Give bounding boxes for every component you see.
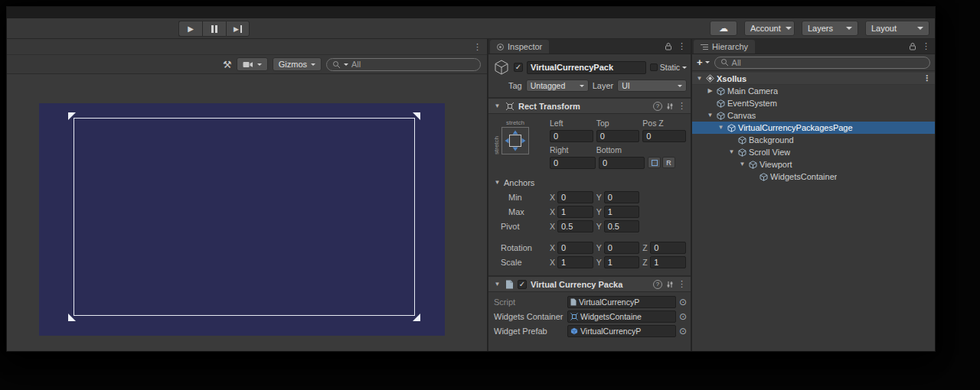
foldout-icon[interactable] <box>493 180 501 186</box>
object-picker-icon[interactable]: ⊙ <box>679 312 687 321</box>
hierarchy-item-background[interactable]: Background <box>692 134 935 146</box>
blueprint-icon <box>652 160 658 166</box>
foldout-icon[interactable] <box>695 76 704 82</box>
scale-z-field[interactable]: 1 <box>650 256 686 268</box>
scene-search-input[interactable]: All <box>326 58 481 71</box>
help-icon[interactable]: ? <box>653 280 662 289</box>
posz-field[interactable]: 0 <box>642 130 686 142</box>
play-button[interactable]: ▶ <box>178 21 202 37</box>
min-y-field[interactable]: 0 <box>604 191 640 203</box>
scale-y-field[interactable]: 1 <box>604 256 640 268</box>
left-field[interactable]: 0 <box>550 130 593 142</box>
foldout-icon[interactable] <box>717 125 725 131</box>
toolbar-right-controls: ☁ Account Layers Layout <box>710 21 929 36</box>
foldout-icon[interactable] <box>727 149 736 155</box>
gameobject-header: ✓ VirtualCurrencyPack Static Tag Untagge… <box>488 54 691 98</box>
hierarchy-item-viewport[interactable]: Viewport <box>692 158 935 171</box>
top-field[interactable]: 0 <box>596 130 640 142</box>
rotation-y-field[interactable]: 0 <box>604 242 640 254</box>
help-icon[interactable]: ? <box>653 102 662 111</box>
script-object-field[interactable]: VirtualCurrencyP <box>567 296 676 308</box>
layer-dropdown[interactable]: UI <box>617 80 687 92</box>
rotation-z-field[interactable]: 0 <box>650 242 686 254</box>
static-checkbox[interactable] <box>650 63 658 71</box>
lock-icon[interactable] <box>909 42 916 50</box>
tab-inspector[interactable]: Inspector <box>490 40 549 54</box>
gizmos-dropdown[interactable]: Gizmos <box>273 57 322 71</box>
hierarchy-item-scroll-view[interactable]: Scroll View <box>692 146 935 158</box>
anchor-preset-widget[interactable]: stretch stretch <box>493 119 550 172</box>
bottom-field[interactable]: 0 <box>599 157 645 169</box>
presets-icon[interactable] <box>666 281 674 288</box>
foldout-icon[interactable] <box>706 88 714 94</box>
kebab-menu-icon[interactable]: ⋮ <box>473 43 482 51</box>
component-enabled-checkbox[interactable]: ✓ <box>518 280 527 289</box>
script-component-header[interactable]: ✓ Virtual Currency Packa ? ⋮ <box>488 276 691 292</box>
pause-button[interactable] <box>202 21 226 37</box>
raw-edit-mode-button[interactable]: R <box>662 157 675 168</box>
chevron-down-icon <box>705 61 710 63</box>
play-icon: ▶ <box>188 24 194 33</box>
pivot-x-field[interactable]: 0.5 <box>557 220 593 232</box>
presets-icon[interactable] <box>666 102 674 110</box>
anchor-handle-top-left[interactable] <box>68 112 76 120</box>
anchor-handle-top-right[interactable] <box>413 112 420 120</box>
pivot-y-field[interactable]: 0.5 <box>604 220 640 232</box>
cloud-button[interactable]: ☁ <box>710 21 737 36</box>
hierarchy-search-input[interactable]: All <box>714 57 930 69</box>
tag-dropdown[interactable]: Untagged <box>526 80 589 92</box>
inspector-panel: Inspector ⋮ ✓ VirtualCu <box>488 39 691 351</box>
rect-transform-header[interactable]: Rect Transform ? ⋮ <box>488 98 691 114</box>
kebab-menu-icon[interactable]: ⋮ <box>678 280 686 288</box>
anchor-handle-bottom-left[interactable] <box>68 314 76 321</box>
kebab-menu-icon[interactable]: ⋮ <box>678 42 686 50</box>
blueprint-mode-button[interactable] <box>648 157 661 168</box>
max-x-field[interactable]: 1 <box>557 206 593 218</box>
rotation-x-field[interactable]: 0 <box>557 242 593 254</box>
ui-canvas-background[interactable] <box>39 103 445 336</box>
max-y-field[interactable]: 1 <box>604 206 640 218</box>
kebab-menu-icon[interactable]: ⋮ <box>922 42 930 50</box>
gameobject-cube-icon[interactable] <box>493 59 510 76</box>
scene-camera-dropdown[interactable] <box>237 57 268 71</box>
object-picker-icon[interactable]: ⊙ <box>679 297 687 307</box>
scene-viewport[interactable] <box>7 74 487 351</box>
gameobject-name-field[interactable]: VirtualCurrencyPack <box>527 61 646 74</box>
editor-tools-icon[interactable]: ⚒ <box>223 59 232 70</box>
chevron-down-icon <box>846 27 852 30</box>
layout-dropdown[interactable]: Layout <box>865 21 929 36</box>
rect-transform-gizmo <box>74 118 415 316</box>
lock-icon[interactable] <box>665 42 672 50</box>
pause-icon <box>211 25 214 33</box>
widget-prefab-object-field[interactable]: VirtualCurrencyP <box>567 325 676 337</box>
left-label: Left <box>550 119 593 130</box>
foldout-icon[interactable] <box>706 112 714 119</box>
account-dropdown[interactable]: Account <box>744 21 795 36</box>
static-toggle[interactable]: Static <box>650 63 687 72</box>
layers-dropdown[interactable]: Layers <box>802 21 858 36</box>
hierarchy-item-widgetscontainer[interactable]: WidgetsContainer <box>692 171 935 183</box>
foldout-icon[interactable] <box>493 281 501 288</box>
window-titlebar <box>7 7 935 18</box>
step-button[interactable]: ▶ <box>226 21 250 37</box>
kebab-menu-icon[interactable]: ⋮ <box>678 102 686 110</box>
hierarchy-item-virtualcurrencypackagespage[interactable]: VirtualCurrencyPackagesPage <box>692 122 935 134</box>
hierarchy-item-canvas[interactable]: Canvas <box>692 109 935 122</box>
kebab-menu-icon[interactable]: ⋮ <box>923 74 931 83</box>
foldout-icon[interactable] <box>738 161 746 167</box>
active-checkbox[interactable]: ✓ <box>514 63 523 72</box>
anchor-handle-bottom-right[interactable] <box>413 314 420 321</box>
gameobject-icon <box>717 112 725 120</box>
tab-hierarchy[interactable]: Hierarchy <box>694 40 755 54</box>
hierarchy-item-eventsystem[interactable]: EventSystem <box>692 97 935 109</box>
create-button[interactable]: + <box>697 57 710 68</box>
right-field[interactable]: 0 <box>550 157 596 169</box>
scale-x-field[interactable]: 1 <box>557 256 593 268</box>
object-picker-icon[interactable]: ⊙ <box>679 327 687 336</box>
gameobject-icon <box>760 173 768 181</box>
min-x-field[interactable]: 0 <box>557 191 593 203</box>
scene-row-xsollus[interactable]: Xsollus ⋮ <box>692 73 935 85</box>
foldout-icon[interactable] <box>493 103 501 109</box>
widgets-container-object-field[interactable]: WidgetsContaine <box>567 310 676 323</box>
hierarchy-item-main-camera[interactable]: Main Camera <box>692 85 935 97</box>
